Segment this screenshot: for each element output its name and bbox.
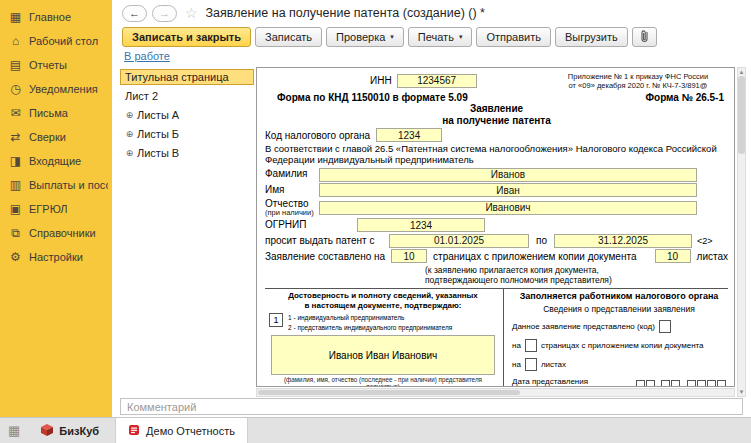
scroll-down-icon[interactable]: ▼ (739, 389, 745, 395)
patent-from-field[interactable] (389, 234, 529, 248)
print-button[interactable]: Печать▾ (408, 27, 473, 47)
date-cell[interactable] (636, 380, 645, 387)
tree-item-sheets-b[interactable]: ⊕Листы Б (120, 126, 254, 142)
patronymic-field[interactable] (319, 201, 697, 215)
document-title: Заявление на получение патента (265, 103, 728, 127)
save-close-button[interactable]: Записать и закрыть (122, 27, 251, 47)
sidebar-item-label: Письма (29, 107, 68, 119)
expand-icon[interactable]: ⊕ (125, 129, 134, 139)
horizontal-scrollbar[interactable] (256, 388, 735, 397)
firstname-field[interactable] (319, 183, 697, 197)
date-cell[interactable] (671, 380, 680, 387)
sidebar-item-main[interactable]: ▦Главное (0, 5, 112, 29)
grid-icon: ▦ (9, 11, 22, 23)
forward-button[interactable]: → (152, 5, 177, 22)
vertical-scrollbar[interactable]: ▲ ▼ (737, 67, 746, 397)
inn-label: ИНН (370, 75, 392, 86)
sidebar-item-label: Выплаты и пособия (29, 179, 108, 191)
back-button[interactable]: ← (122, 5, 147, 22)
toolbar: Записать и закрыть Записать Проверка▾ Пе… (112, 24, 751, 48)
sidebar-item-payments[interactable]: ▥Выплаты и пособия (0, 173, 112, 197)
submitted-code-box[interactable] (659, 320, 671, 333)
sidebar-item-letters[interactable]: ✉Письма (0, 101, 112, 125)
settings-icon: ⚙ (9, 251, 22, 263)
pages-count-field[interactable] (391, 249, 427, 263)
send-button[interactable]: Отправить (476, 27, 551, 47)
sidebar-item-reports[interactable]: ▤Отчеты (0, 53, 112, 77)
reports-icon: ▤ (9, 59, 22, 71)
top-navigation: ← → ☆ Заявление на получение патента (со… (112, 0, 751, 24)
sidebar-item-notifications[interactable]: ◷Уведомления (0, 77, 112, 101)
form-number: Форма № 26.5-1 (645, 92, 724, 103)
attachment-button[interactable] (632, 27, 657, 47)
date-cell[interactable] (707, 380, 716, 387)
sidebar-item-settings[interactable]: ⚙Настройки (0, 245, 112, 269)
vertical-scroll-thumb[interactable] (738, 76, 745, 154)
taskbar-tab-label: Демо Отчетность (146, 425, 235, 437)
patronymic-label: Отчество(при наличии) (265, 199, 319, 217)
scroll-up-icon[interactable]: ▲ (739, 69, 745, 75)
date-cell[interactable] (717, 380, 726, 387)
sidebar-item-label: Настройки (29, 251, 83, 263)
intro-text: В соответствии с главой 26.5 «Патентная … (265, 144, 723, 166)
expand-icon[interactable]: ⊕ (125, 110, 134, 120)
official-pages-box[interactable] (525, 339, 537, 352)
payments-icon: ▥ (9, 179, 22, 191)
reconciliation-icon: ⇄ (9, 131, 22, 143)
taskbar: ▦ БизКуб Демо Отчетность (0, 417, 751, 443)
sheets-tree: Титульная страница Лист 2 ⊕Листы А ⊕Лист… (120, 67, 256, 397)
sidebar-item-inbox[interactable]: ◨Входящие (0, 149, 112, 173)
sidebar-item-label: Рабочий стол (29, 35, 98, 47)
sidebar-item-egrul[interactable]: ▣ЕГРЮЛ (0, 197, 112, 221)
sidebar-item-label: Главное (29, 11, 71, 23)
date-cell[interactable] (687, 380, 696, 387)
date-cell[interactable] (646, 380, 655, 387)
date-cell[interactable] (697, 380, 706, 387)
tree-item-sheets-a[interactable]: ⊕Листы А (120, 107, 254, 123)
official-sheets-box[interactable] (525, 358, 537, 371)
chevron-down-icon: ▾ (390, 33, 394, 41)
surname-field[interactable] (319, 168, 697, 182)
sidebar-item-directories[interactable]: ⧉Справочники (0, 221, 112, 245)
representative-fio-field[interactable]: Иванов Иван Иванович (271, 335, 495, 376)
patent-period-label: просит выдать патент с (265, 235, 389, 246)
taskbar-tab-active[interactable]: Демо Отчетность (115, 418, 248, 443)
patent-to-field[interactable] (554, 234, 692, 248)
tree-item-title-page[interactable]: Титульная страница (120, 69, 254, 85)
official-use-block: Заполняется работником налогового органа… (503, 289, 728, 387)
sidebar-item-reconciliations[interactable]: ⇄Сверки (0, 125, 112, 149)
ogrnip-field[interactable] (357, 218, 485, 232)
status-row: В работе (112, 48, 751, 65)
sidebar-item-label: Отчеты (29, 59, 67, 71)
expand-icon[interactable]: ⊕ (125, 148, 134, 158)
app-window: ▦Главное ⌂Рабочий стол ▤Отчеты ◷Уведомле… (0, 0, 751, 443)
apps-grid-icon[interactable]: ▦ (8, 423, 20, 438)
submission-date-cells[interactable]: .. (636, 380, 726, 387)
horizontal-scroll-thumb[interactable] (258, 390, 520, 395)
report-doc-icon (128, 424, 140, 438)
chevron-down-icon: ▾ (459, 33, 463, 41)
tree-item-sheet-2[interactable]: Лист 2 (120, 88, 254, 104)
tree-item-sheets-v[interactable]: ⊕Листы В (120, 145, 254, 161)
sidebar-item-label: Входящие (29, 155, 81, 167)
bizkub-cube-icon (40, 423, 54, 439)
save-button[interactable]: Записать (255, 27, 322, 47)
app-logo[interactable]: БизКуб (40, 423, 99, 439)
ogrnip-label: ОГРНИП (265, 220, 319, 231)
check-button[interactable]: Проверка▾ (326, 27, 404, 47)
inbox-icon: ◨ (9, 155, 22, 167)
sidebar-item-desktop[interactable]: ⌂Рабочий стол (0, 29, 112, 53)
sheets-count-field[interactable] (655, 249, 691, 263)
export-button[interactable]: Выгрузить (555, 27, 628, 47)
status-link[interactable]: В работе (124, 50, 170, 62)
comment-input[interactable] (120, 398, 743, 415)
appendix-note: Приложение № 1 к приказу ФНС России от «… (548, 72, 728, 91)
page-title: Заявление на получение патента (создание… (206, 6, 485, 20)
sidebar-item-label: Справочники (29, 227, 96, 239)
tax-authority-code-field[interactable] (376, 128, 442, 142)
patent-to-label: по (536, 235, 547, 246)
date-cell[interactable] (661, 380, 670, 387)
applicant-code-box[interactable]: 1 (269, 313, 283, 327)
favorite-star-icon[interactable]: ☆ (185, 5, 198, 21)
inn-field[interactable] (397, 74, 477, 88)
